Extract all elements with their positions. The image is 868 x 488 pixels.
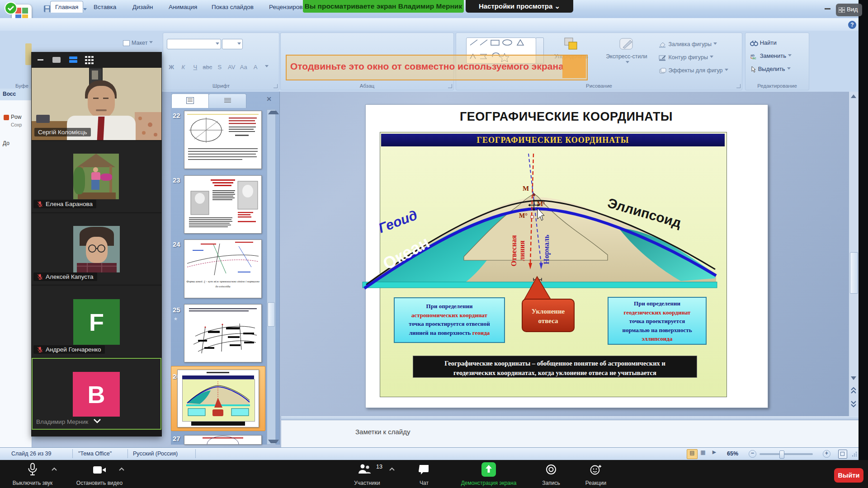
zoom-out-button[interactable]: − bbox=[749, 450, 756, 458]
replace-icon: ab ac bbox=[750, 53, 758, 60]
tab-animaciya[interactable]: Анимация bbox=[164, 1, 202, 13]
slide-thumbnail-24[interactable]: Форма вомлі: ξ – кут між прямовисною лін… bbox=[184, 239, 262, 298]
select-button[interactable]: Выделить bbox=[750, 66, 791, 73]
dialog-launcher-icon[interactable] bbox=[736, 84, 741, 88]
zoom-slider-thumb[interactable] bbox=[779, 450, 784, 459]
scroll-up-icon[interactable] bbox=[851, 94, 856, 98]
scroll-up-icon[interactable] bbox=[268, 111, 279, 114]
bold-button[interactable]: Ж bbox=[167, 63, 176, 72]
previous-slide-button[interactable] bbox=[850, 386, 857, 397]
chevron-down-icon bbox=[710, 56, 713, 60]
decor-shape bbox=[182, 379, 255, 422]
participant-photo bbox=[73, 226, 120, 272]
mute-options-chevron[interactable] bbox=[51, 465, 57, 474]
participant-active-tile[interactable]: B Владимир Мерник bbox=[32, 358, 161, 430]
fit-to-window-button[interactable] bbox=[838, 450, 847, 459]
tab-outline[interactable] bbox=[208, 94, 246, 108]
tab-glavnaya[interactable]: Главная bbox=[50, 1, 83, 13]
shape-effects-button[interactable]: Эффекты для фигур bbox=[659, 67, 728, 74]
zoom-in-button[interactable]: + bbox=[823, 450, 830, 458]
font-name-combo[interactable] bbox=[167, 39, 221, 49]
slide-thumbnail-22[interactable] bbox=[184, 111, 262, 169]
gallery-view-icon[interactable] bbox=[85, 56, 94, 64]
shape-fill-button[interactable]: Заливка фигуры bbox=[659, 41, 717, 48]
shadow-button[interactable]: S bbox=[215, 63, 224, 72]
participants-button[interactable] bbox=[357, 463, 372, 477]
group-label-clipboard: Буфе bbox=[15, 83, 31, 89]
next-slide-button[interactable] bbox=[850, 400, 857, 411]
main-scrollbar[interactable] bbox=[849, 92, 859, 416]
speaker-view-icon[interactable] bbox=[52, 57, 61, 63]
slide-sorter-view-button[interactable]: ▦ bbox=[698, 449, 708, 458]
normal-view-button[interactable]: ▤ bbox=[687, 449, 698, 459]
participants-count: 13 bbox=[376, 464, 382, 470]
slide-number: 24 bbox=[173, 240, 180, 248]
indent-increase-button[interactable] bbox=[324, 38, 335, 47]
text-direction-button[interactable] bbox=[349, 38, 360, 47]
record-button[interactable] bbox=[545, 464, 557, 477]
slideshow-view-button[interactable]: ▶ bbox=[709, 449, 719, 458]
layout-button[interactable]: Макет bbox=[123, 40, 153, 46]
slide-thumbnail-26[interactable] bbox=[177, 370, 259, 427]
video-options-chevron[interactable] bbox=[118, 465, 125, 474]
tab-vstavka[interactable]: Вставка bbox=[89, 1, 121, 13]
strip-view-icon[interactable] bbox=[69, 56, 77, 59]
leave-meeting-button[interactable]: Выйти bbox=[834, 468, 863, 483]
resize-grip[interactable] bbox=[852, 451, 857, 457]
shape-outline-button[interactable]: Контур фигуры bbox=[659, 54, 713, 61]
language-indicator[interactable]: Русский (Россия) bbox=[133, 450, 178, 457]
scrollbar-thumb[interactable] bbox=[850, 252, 858, 294]
view-options-dropdown[interactable]: Настройки просмотра ⌄ bbox=[466, 0, 573, 13]
font-size-combo[interactable] bbox=[222, 39, 243, 49]
notes-splitter[interactable] bbox=[281, 416, 859, 420]
paragraph-row1 bbox=[285, 38, 421, 49]
mute-button[interactable] bbox=[27, 463, 38, 478]
minimize-icon[interactable] bbox=[825, 8, 830, 9]
paste-button-fragment[interactable] bbox=[25, 43, 32, 65]
case-button[interactable]: Aa bbox=[239, 63, 248, 72]
participant-video-tile[interactable]: Сергій Коломієць bbox=[32, 68, 161, 140]
qat-dropdown-icon[interactable] bbox=[83, 8, 87, 12]
slide-thumbnail-25[interactable] bbox=[184, 304, 262, 362]
participants-chevron[interactable] bbox=[389, 465, 395, 474]
italic-button[interactable]: К bbox=[179, 63, 188, 72]
collapse-icon[interactable] bbox=[38, 59, 43, 61]
tab-slides-thumbnails[interactable] bbox=[171, 94, 209, 108]
replace-button[interactable]: ab ac Заменить bbox=[750, 52, 792, 60]
zoom-slider[interactable] bbox=[760, 453, 813, 455]
share-screen-label: Демонстрация экрана bbox=[461, 480, 517, 486]
thumbnails-scrollbar[interactable] bbox=[267, 109, 276, 445]
participant-initial-tile[interactable]: F Андрей Гончаренко bbox=[32, 286, 161, 357]
chat-button[interactable] bbox=[418, 464, 430, 477]
tab-pokaz-slaydov[interactable]: Показ слайдов bbox=[207, 1, 258, 13]
indent-decrease-button[interactable] bbox=[311, 38, 322, 47]
participant-photo-tile[interactable]: Елена Баранова bbox=[32, 141, 161, 212]
reactions-button[interactable] bbox=[590, 464, 602, 477]
find-button[interactable]: Найти bbox=[750, 39, 777, 46]
strike-button[interactable]: abc bbox=[203, 63, 212, 72]
zoom-view-button[interactable]: Вид bbox=[836, 4, 862, 16]
numbering-button[interactable] bbox=[298, 38, 309, 47]
line-spacing-button[interactable] bbox=[337, 38, 348, 47]
dialog-launcher-icon[interactable] bbox=[448, 84, 452, 88]
font-color-button[interactable]: А bbox=[251, 63, 260, 72]
slide-thumbnail-27[interactable] bbox=[184, 435, 262, 445]
scroll-down-icon[interactable] bbox=[851, 376, 856, 380]
scroll-down-icon[interactable] bbox=[268, 440, 279, 443]
notes-pane[interactable]: Заметки к слайду bbox=[281, 420, 859, 447]
share-screen-button[interactable] bbox=[481, 462, 496, 477]
underline-button[interactable]: Ч bbox=[191, 63, 200, 72]
scrollbar-thumb[interactable] bbox=[268, 302, 275, 327]
slide-thumbnail-23[interactable] bbox=[184, 175, 262, 234]
help-button[interactable]: ? bbox=[848, 21, 856, 29]
quick-styles-button[interactable]: Экспресс-стили bbox=[600, 37, 653, 66]
stop-video-button[interactable] bbox=[93, 465, 106, 476]
bullets-button[interactable] bbox=[285, 38, 296, 47]
zoom-level[interactable]: 65% bbox=[727, 450, 738, 457]
spacing-button[interactable]: AV bbox=[227, 63, 236, 72]
participant-photo-tile[interactable]: Алексей Капуста bbox=[32, 213, 161, 285]
expand-panel-chevron-icon[interactable] bbox=[93, 418, 102, 427]
dialog-launcher-icon[interactable] bbox=[274, 84, 278, 88]
tab-dizayn[interactable]: Дизайн bbox=[128, 1, 157, 13]
close-slides-panel-icon[interactable]: ✕ bbox=[265, 95, 273, 103]
